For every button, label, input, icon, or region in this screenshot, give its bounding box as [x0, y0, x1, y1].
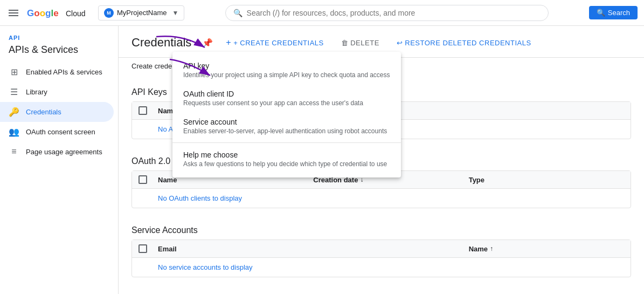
dropdown-item-service-account[interactable]: Service account Enables server-to-server…: [172, 112, 401, 140]
service-accounts-title: Service Accounts: [131, 225, 631, 235]
sidebar-item-page-usage[interactable]: ≡ Page usage agreements: [0, 142, 114, 161]
main-content: Credentials 📌 + + CREATE CREDENTIALS 🗑 D…: [119, 26, 644, 294]
service-accounts-select-all-checkbox[interactable]: [139, 244, 147, 253]
search-magnifier-icon: 🔍: [233, 9, 243, 17]
sidebar-item-credentials[interactable]: 🔑 Credentials: [0, 102, 114, 122]
search-btn-icon: 🔍: [597, 9, 605, 17]
key-icon: 🔑: [9, 107, 19, 117]
dropdown-item-api-key[interactable]: API key Identifies your project using a …: [172, 56, 401, 84]
hamburger-menu[interactable]: [6, 6, 20, 20]
doc-icon: ≡: [9, 147, 19, 156]
library-icon: ☰: [9, 87, 19, 97]
create-credentials-label: + CREATE CREDENTIALS: [233, 39, 324, 47]
service-accounts-col-name-label: Name: [469, 245, 488, 253]
delete-button[interactable]: 🗑 DELETE: [337, 36, 384, 50]
sidebar: API APIs & Services ⊞ Enabled APIs & ser…: [0, 26, 119, 294]
search-button[interactable]: 🔍 Search: [589, 6, 638, 19]
credentials-header: Credentials 📌 + + CREATE CREDENTIALS 🗑 D…: [119, 26, 644, 58]
service-accounts-section: Service Accounts Email Name ↑ No service…: [119, 217, 644, 277]
sidebar-label-oauth-consent: OAuth consent screen: [26, 128, 95, 136]
top-navbar: Google Cloud M MyProjectName ▼ 🔍 🔍 Searc…: [0, 0, 644, 26]
api-key-title: API key: [183, 61, 390, 70]
service-accounts-table-header: Email Name ↑: [132, 240, 631, 258]
sidebar-label-credentials: Credentials: [26, 108, 61, 116]
search-btn-label: Search: [608, 9, 630, 17]
dropdown-item-oauth-client[interactable]: OAuth client ID Requests user consent so…: [172, 84, 401, 112]
oauth-empty: No OAuth clients to display: [132, 189, 631, 208]
project-dot: M: [104, 8, 114, 18]
oauth-client-desc: Requests user consent so your app can ac…: [183, 99, 390, 107]
pin-icon[interactable]: 📌: [202, 38, 213, 48]
create-credentials-dropdown: API key Identifies your project using a …: [172, 52, 401, 177]
sidebar-item-oauth-consent[interactable]: 👥 OAuth consent screen: [0, 122, 114, 142]
app-layout: API APIs & Services ⊞ Enabled APIs & ser…: [0, 26, 644, 294]
help-choose-desc: Asks a few questions to help you decide …: [183, 160, 390, 168]
service-account-desc: Enables server-to-server, app-level auth…: [183, 127, 390, 135]
service-accounts-col-name: Name ↑: [469, 245, 624, 253]
svg-text:Cloud: Cloud: [66, 9, 86, 18]
sort-up-arrow-icon[interactable]: ↑: [490, 245, 493, 252]
credentials-page-title: Credentials: [131, 36, 191, 50]
chevron-down-icon: ▼: [172, 9, 178, 17]
restore-label: RESTORE DELETED CREDENTIALS: [405, 39, 531, 47]
sidebar-label-page-usage: Page usage agreements: [26, 148, 102, 156]
service-accounts-col-email: Email: [158, 245, 469, 253]
service-account-title: Service account: [183, 118, 390, 126]
svg-text:Google: Google: [27, 8, 59, 18]
grid-icon: ⊞: [9, 67, 19, 77]
plus-icon: +: [226, 38, 231, 47]
sidebar-item-enabled-apis[interactable]: ⊞ Enabled APIs & services: [0, 62, 114, 82]
api-key-desc: Identifies your project using a simple A…: [183, 71, 390, 79]
help-choose-title: Help me choose: [183, 151, 390, 159]
trash-icon: 🗑: [341, 39, 349, 47]
sidebar-item-library[interactable]: ☰ Library: [0, 82, 114, 102]
service-accounts-empty: No service accounts to display: [132, 258, 631, 277]
oauth-select-all-checkbox[interactable]: [139, 175, 147, 184]
restore-icon: ↩: [397, 39, 403, 47]
oauth-client-title: OAuth client ID: [183, 90, 390, 98]
dropdown-divider: [172, 142, 401, 143]
sidebar-label-enabled-apis: Enabled APIs & services: [26, 68, 102, 76]
search-bar: 🔍: [225, 5, 549, 21]
google-cloud-logo: Google Cloud: [27, 7, 92, 19]
sidebar-api-label: API: [0, 30, 118, 43]
sidebar-title: APIs & Services: [0, 43, 118, 62]
api-keys-select-all-checkbox[interactable]: [139, 106, 147, 115]
search-input[interactable]: [247, 9, 541, 17]
sidebar-label-library: Library: [26, 88, 47, 96]
people-icon: 👥: [9, 127, 19, 137]
delete-label: DELETE: [350, 39, 379, 47]
dropdown-item-help-choose[interactable]: Help me choose Asks a few questions to h…: [172, 145, 401, 173]
create-credentials-button[interactable]: + + CREATE CREDENTIALS: [221, 35, 328, 51]
project-selector[interactable]: M MyProjectName ▼: [98, 5, 184, 20]
service-accounts-table: Email Name ↑ No service accounts to disp…: [131, 240, 631, 277]
project-name: MyProjectName: [117, 9, 167, 17]
oauth-col-type: Type: [469, 176, 624, 184]
restore-credentials-button[interactable]: ↩ RESTORE DELETED CREDENTIALS: [392, 36, 536, 50]
